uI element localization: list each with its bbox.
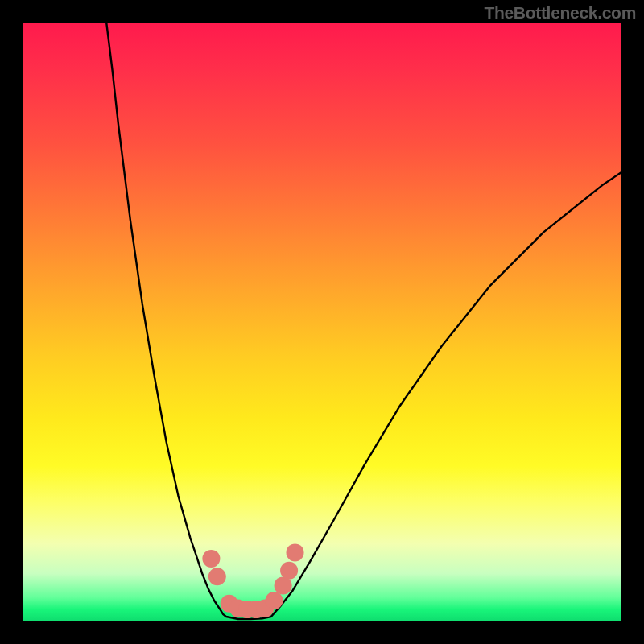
chart-frame: TheBottleneck.com (0, 0, 644, 644)
marker-dot (208, 568, 226, 585)
plot-area (23, 23, 621, 621)
marker-dot (202, 550, 220, 568)
curve-layer (23, 23, 621, 621)
marker-dot (280, 562, 298, 580)
bottleneck-curve (106, 23, 621, 619)
marker-dot (266, 592, 283, 609)
marker-dot (287, 543, 304, 561)
watermark-text: TheBottleneck.com (484, 3, 636, 23)
